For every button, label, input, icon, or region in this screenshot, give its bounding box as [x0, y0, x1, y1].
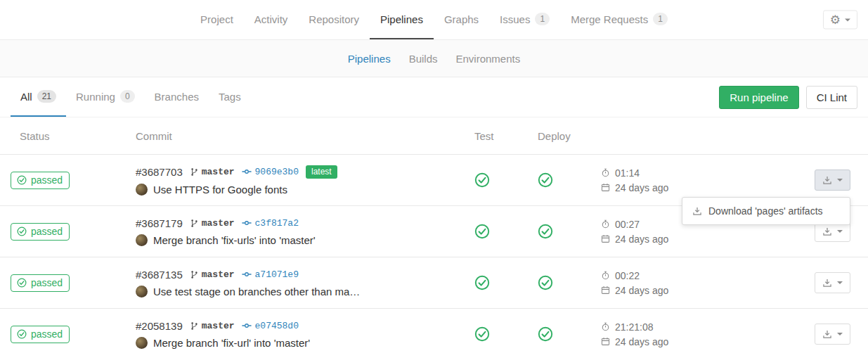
branch-name: master	[202, 321, 235, 331]
tab-running-count-badge: 0	[120, 90, 135, 103]
tab-label: All	[20, 91, 32, 103]
artifacts-download-dropdown-button[interactable]	[815, 272, 850, 293]
download-icon	[822, 175, 832, 185]
subnav-label: Pipelines	[348, 53, 391, 65]
gear-icon: ⚙	[830, 14, 841, 26]
calendar-icon	[601, 286, 610, 295]
time-cell: 21:21:08 24 days ago	[580, 321, 791, 347]
header-commit: Commit	[127, 130, 455, 142]
nav-item-graphs[interactable]: Graphs	[434, 0, 489, 39]
deploy-passed-icon[interactable]	[538, 172, 553, 188]
pipeline-filter-tabs: All 21 Running 0 Branches Tags	[11, 77, 251, 117]
branch-link[interactable]: master	[190, 269, 235, 280]
commit-sha: c3f817a2	[255, 218, 299, 229]
avatar[interactable]	[136, 286, 148, 298]
test-passed-icon[interactable]	[474, 224, 490, 239]
branch-icon	[190, 321, 199, 331]
status-badge[interactable]: passed	[11, 172, 70, 189]
test-passed-icon[interactable]	[474, 172, 490, 188]
nav-item-repository[interactable]: Repository	[298, 0, 370, 39]
chevron-down-icon	[837, 281, 843, 284]
status-badge[interactable]: passed	[11, 326, 70, 343]
test-passed-icon[interactable]	[474, 275, 490, 290]
age: 24 days ago	[615, 336, 668, 347]
tab-label: Branches	[155, 91, 199, 103]
test-passed-icon[interactable]	[474, 326, 490, 342]
tab-tags[interactable]: Tags	[209, 77, 251, 117]
nav-item-pipelines[interactable]: Pipelines	[370, 0, 434, 39]
avatar[interactable]	[136, 184, 148, 196]
branch-name: master	[202, 218, 235, 229]
timer-icon	[601, 168, 610, 177]
status-badge[interactable]: passed	[11, 274, 70, 292]
commit-cell: #3687135 master a71071e9 Use test stage …	[127, 269, 455, 298]
commit-message-link[interactable]: Merge branch 'fix-urls' into 'master'	[153, 234, 316, 246]
nav-item-activity[interactable]: Activity	[244, 0, 299, 39]
chevron-down-icon	[837, 333, 843, 335]
subnav-item-pipelines[interactable]: Pipelines	[339, 40, 400, 77]
download-icon	[822, 278, 832, 288]
download-pages-artifacts-item[interactable]: Download 'pages' artifacts	[682, 198, 850, 224]
subnav-item-environments[interactable]: Environments	[447, 40, 530, 77]
duration: 21:21:08	[615, 321, 654, 333]
commit-sha-link[interactable]: a71071e9	[242, 269, 299, 280]
project-navbar: Project Activity Repository Pipelines Gr…	[0, 0, 868, 39]
tab-branches[interactable]: Branches	[145, 77, 209, 117]
toolbar-actions: Run pipeline CI Lint	[719, 77, 857, 117]
download-icon	[822, 226, 832, 236]
branch-icon	[190, 167, 199, 177]
artifacts-download-dropdown-button[interactable]	[815, 170, 850, 191]
test-stage-cell	[455, 275, 518, 290]
chevron-down-icon	[845, 18, 850, 21]
tab-all[interactable]: All 21	[11, 77, 66, 117]
deploy-passed-icon[interactable]	[538, 326, 553, 342]
commit-icon	[242, 218, 252, 228]
status-badge[interactable]: passed	[11, 223, 70, 241]
time-cell: 00:22 24 days ago	[580, 270, 791, 296]
ci-lint-button[interactable]: CI Lint	[806, 86, 857, 109]
age: 24 days ago	[615, 182, 668, 193]
deploy-passed-icon[interactable]	[538, 275, 553, 290]
commit-message-link[interactable]: Use HTTPS for Google fonts	[153, 184, 287, 196]
project-settings-dropdown-button[interactable]: ⚙	[823, 11, 857, 30]
branch-link[interactable]: master	[190, 167, 235, 177]
commit-message-link[interactable]: Use test stage on branches other than ma…	[153, 286, 360, 298]
commit-sha-link[interactable]: c3f817a2	[242, 218, 299, 229]
header-test: Test	[455, 130, 518, 142]
commit-sha-link[interactable]: 9069e3b0	[242, 167, 299, 177]
branch-icon	[190, 219, 199, 228]
nav-item-project[interactable]: Project	[190, 0, 244, 39]
artifacts-download-dropdown-button[interactable]	[815, 324, 850, 345]
issues-count-badge: 1	[535, 13, 550, 25]
avatar[interactable]	[136, 234, 148, 246]
branch-link[interactable]: master	[190, 218, 235, 229]
age: 24 days ago	[615, 234, 668, 245]
nav-item-issues[interactable]: Issues 1	[489, 0, 560, 39]
chevron-down-icon	[837, 230, 843, 233]
commit-sha: e07458d0	[255, 321, 299, 331]
pipeline-id: #3687703	[136, 166, 183, 178]
run-pipeline-button[interactable]: Run pipeline	[719, 86, 798, 109]
calendar-icon	[601, 337, 610, 346]
nav-item-merge-requests[interactable]: Merge Requests 1	[560, 0, 678, 39]
pipeline-row: passed #3687135 master a71071e9 Use test…	[0, 257, 868, 309]
tab-running[interactable]: Running 0	[66, 77, 145, 117]
subnav-item-builds[interactable]: Builds	[400, 40, 447, 77]
merge-requests-count-badge: 1	[653, 13, 668, 25]
pipelines-table-header: Status Commit Test Deploy	[0, 117, 868, 155]
commit-cell: #3687703 master 9069e3b0 latest Use HTTP…	[127, 165, 455, 196]
branch-link[interactable]: master	[190, 321, 235, 331]
commit-message-link[interactable]: Merge branch 'fix-url' into 'master'	[153, 337, 310, 349]
download-icon	[822, 329, 832, 339]
commit-sha-link[interactable]: e07458d0	[242, 321, 299, 331]
status-label: passed	[31, 174, 63, 186]
deploy-passed-icon[interactable]	[538, 224, 553, 239]
deploy-stage-cell	[518, 326, 580, 342]
check-circle-icon	[17, 278, 27, 288]
pipelines-toolbar: All 21 Running 0 Branches Tags Run pipel…	[0, 77, 868, 117]
avatar[interactable]	[136, 337, 148, 349]
calendar-icon	[601, 234, 610, 243]
duration: 00:27	[615, 219, 640, 230]
commit-sha: a71071e9	[255, 269, 299, 280]
commit-icon	[242, 167, 252, 177]
